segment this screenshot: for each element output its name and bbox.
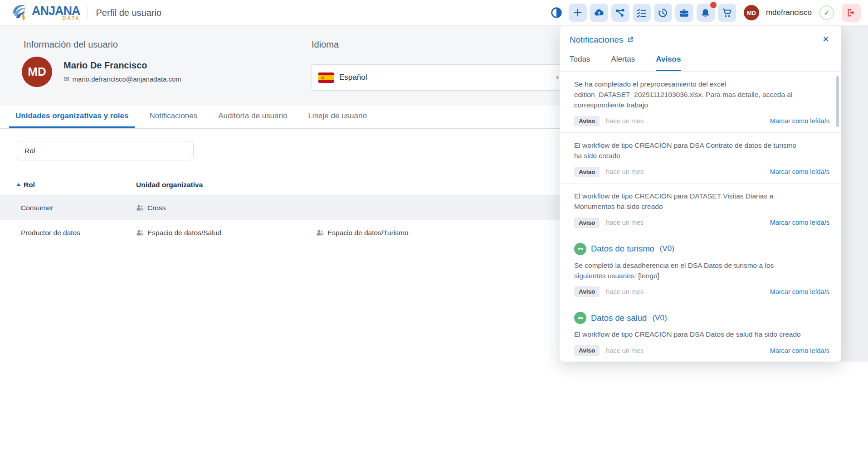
org-unit-icon <box>136 229 144 236</box>
username[interactable]: mdefrancisco <box>766 8 812 17</box>
notification-time: hace un mes <box>606 219 644 226</box>
notif-tab-avisos[interactable]: Avisos <box>656 55 681 71</box>
mark-as-read-link[interactable]: Marcar como leída/s <box>770 168 829 175</box>
title-separator <box>88 6 88 19</box>
notifications-title: Notificaciones <box>570 35 634 45</box>
cart-icon <box>722 7 732 18</box>
notification-message: El workflow de tipo CREACIÓN para DSA Co… <box>574 140 801 161</box>
logo-sub: DATA <box>32 16 80 21</box>
close-icon[interactable]: ✕ <box>822 35 829 44</box>
bell-icon <box>700 8 711 18</box>
logo-text: ANJANA DATA <box>32 5 80 21</box>
chevron-down-icon: ▾ <box>556 74 559 81</box>
rol-filter-input[interactable] <box>17 141 194 160</box>
tab-auditoria[interactable]: Auditoría de usuario <box>212 106 293 128</box>
notification-time: hace un mes <box>606 288 644 295</box>
notif-tab-alertas[interactable]: Alertas <box>611 55 635 71</box>
notification-entity-link[interactable]: Datos de salud <box>591 313 647 323</box>
cloud-upload-icon <box>594 7 605 18</box>
notifications-list: Se ha completado el preprocesamiento del… <box>560 72 841 362</box>
contrast-icon <box>551 7 562 19</box>
notification-item: El workflow de tipo CREACIÓN para DSA Co… <box>560 133 841 184</box>
notifications-tabs: Todas Alertas Avisos <box>560 45 841 72</box>
briefcase-icon <box>679 8 689 18</box>
notification-message: El workflow de tipo CREACIÓN para DSA Da… <box>574 329 801 340</box>
notification-message: Se completó la desadherencia en el DSA D… <box>574 261 801 281</box>
plus-icon <box>573 8 583 18</box>
profile-email-text: mario.defrancisco@anjanadata.com <box>73 75 181 83</box>
language-label: Idioma <box>312 39 339 50</box>
add-button[interactable] <box>569 4 587 22</box>
spain-flag-icon <box>318 72 334 83</box>
notification-item: Datos de turismo (V0) Se completó la des… <box>560 234 841 304</box>
user-avatar[interactable]: MD <box>744 5 759 20</box>
page-title: Perfil de usuario <box>96 8 162 18</box>
workflow-button[interactable] <box>611 4 629 22</box>
handshake-icon <box>574 243 586 255</box>
org-unit-icon <box>316 229 324 236</box>
anjana-wing-icon <box>10 3 31 23</box>
contrast-toggle-button[interactable] <box>547 4 566 22</box>
notification-message: El workflow de tipo CREACIÓN para DATASE… <box>574 191 801 212</box>
handshake-icon <box>574 312 586 324</box>
notification-item: Se ha completado el preprocesamiento del… <box>560 72 841 133</box>
verified-badge-icon: ✓ <box>819 5 834 20</box>
aviso-badge: Aviso <box>574 167 600 177</box>
notification-time: hace un mes <box>606 168 644 175</box>
cell-unidad: Cross <box>136 204 316 212</box>
notification-message: Se ha completado el preprocesamiento del… <box>574 79 801 111</box>
aviso-badge: Aviso <box>574 218 600 228</box>
language-select[interactable]: Español ▾ <box>312 64 566 91</box>
notification-item: El workflow de tipo CREACIÓN para DATASE… <box>560 184 841 234</box>
mark-as-read-link[interactable]: Marcar como leída/s <box>770 288 829 295</box>
profile-avatar: MD <box>22 57 52 87</box>
cell-rol: Consumer <box>0 204 136 212</box>
panel-scrollbar[interactable] <box>836 76 839 127</box>
app-screen: ANJANA DATA Perfil de usuario <box>0 0 868 464</box>
notification-time: hace un mes <box>606 117 644 125</box>
mail-icon: ✉ <box>63 75 69 83</box>
aviso-badge: Aviso <box>574 345 600 356</box>
cart-button[interactable] <box>718 4 736 22</box>
mark-as-read-link[interactable]: Marcar como leída/s <box>770 117 829 125</box>
language-value: Español <box>339 73 367 82</box>
notifications-bell-button[interactable] <box>697 4 715 22</box>
tab-unidades-organizativas[interactable]: Unidades organizativas y roles <box>9 106 135 128</box>
info-section-title: Información del usuario <box>24 39 118 50</box>
cell-rol: Productor de datos <box>0 229 136 237</box>
notification-entity-version: (V0) <box>652 314 667 323</box>
mark-as-read-link[interactable]: Marcar como leída/s <box>770 219 829 226</box>
app-header: ANJANA DATA Perfil de usuario <box>0 0 868 26</box>
profile-email: ✉ mario.defrancisco@anjanadata.com <box>63 75 181 83</box>
mark-as-read-link[interactable]: Marcar como leída/s <box>770 347 829 354</box>
notification-time: hace un mes <box>606 347 644 354</box>
column-header-unidad[interactable]: Unidad organizativa <box>136 181 316 189</box>
notifications-header: Notificaciones ✕ <box>560 26 841 45</box>
external-link-icon[interactable] <box>627 36 634 44</box>
workflow-nodes-icon <box>615 8 625 18</box>
right-background-strip <box>841 26 868 362</box>
history-icon <box>658 8 668 18</box>
cell-unidad: Espacio de datos/Salud <box>136 229 316 237</box>
notifications-panel: Notificaciones ✕ Todas Alertas Avisos Se… <box>560 26 841 362</box>
logout-icon <box>846 8 856 18</box>
notification-item: Datos de salud (V0) El workflow de tipo … <box>560 303 841 362</box>
checklist-icon <box>636 8 647 18</box>
notif-tab-todas[interactable]: Todas <box>570 55 590 71</box>
logout-button[interactable] <box>842 4 861 22</box>
profile-name: Mario De Francisco <box>63 60 147 71</box>
notification-entity-link[interactable]: Datos de turismo <box>591 244 654 254</box>
anjana-logo[interactable]: ANJANA DATA <box>10 3 80 23</box>
aviso-badge: Aviso <box>574 116 600 126</box>
history-button[interactable] <box>654 4 672 22</box>
tab-notificaciones[interactable]: Notificaciones <box>143 106 204 128</box>
tab-linaje[interactable]: Linaje de usuario <box>302 106 373 128</box>
aviso-badge: Aviso <box>574 286 600 297</box>
cloud-upload-button[interactable] <box>590 4 608 22</box>
unread-dot <box>710 2 717 8</box>
column-header-rol[interactable]: Rol <box>0 181 136 189</box>
briefcase-button[interactable] <box>675 4 693 22</box>
org-unit-icon <box>136 204 144 211</box>
notification-entity-version: (V0) <box>660 244 674 253</box>
checklist-button[interactable] <box>633 4 651 22</box>
